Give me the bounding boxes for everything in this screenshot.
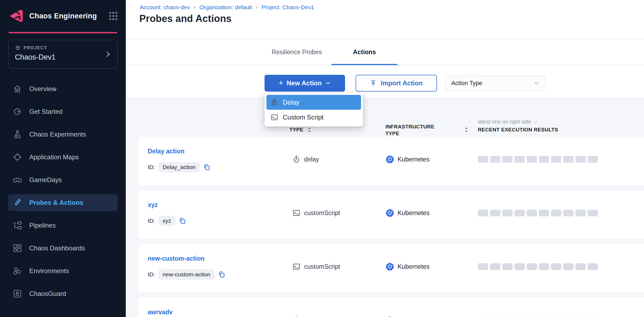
menu-item-label: Custom Script [283, 114, 324, 121]
execution-result-placeholder [575, 210, 586, 216]
sidebar-item-application-maps[interactable]: Application Maps [8, 149, 118, 166]
execution-result-placeholder [502, 210, 513, 216]
kubernetes-icon [386, 209, 394, 217]
recent-execution-results [478, 263, 598, 270]
sidebar-item-chaos-dashboards[interactable]: Chaos Dashboards [8, 240, 118, 257]
menu-item-custom-script[interactable]: Custom Script [266, 110, 361, 125]
project-selector[interactable]: PROJECT Chaos-Dev1 [8, 40, 118, 69]
execution-result-placeholder [588, 156, 598, 163]
execution-result-placeholder [490, 156, 500, 163]
chevron-down-icon [533, 80, 540, 86]
breadcrumb-organization-link[interactable]: Organization: default [199, 4, 252, 11]
copy-icon[interactable] [203, 163, 211, 171]
execution-result-placeholder [539, 263, 549, 270]
terminal-icon [292, 209, 301, 217]
sidebar-item-probes-actions[interactable]: Probes & Actions [8, 194, 118, 211]
execution-result-placeholder [502, 263, 513, 270]
action-row: new-custom-action ID: new-custom-action … [138, 244, 644, 292]
breadcrumb-account-link[interactable]: Account: chaos-dev [140, 4, 190, 11]
infrastructure-cell: Linux [386, 316, 413, 317]
pipeline-icon [12, 221, 22, 230]
sidebar-item-chaos-experiments[interactable]: Chaos Experiments [8, 126, 118, 143]
action-row: xyz ID: xyz customScript Kubernetes [138, 190, 644, 239]
infrastructure-cell: Kubernetes [386, 155, 430, 164]
id-label: ID: [148, 164, 155, 170]
sidebar-item-chaosguard[interactable]: ChaosGuard [8, 285, 118, 302]
flask-icon [12, 130, 22, 139]
sidebar-item-environments[interactable]: Environments [8, 263, 118, 279]
get-started-icon [12, 107, 22, 117]
new-action-button[interactable]: + New Action [265, 75, 345, 92]
infrastructure-text: Kubernetes [398, 209, 430, 217]
action-type-cell: delay [292, 316, 319, 317]
brand-header: Chaos Engineering [0, 0, 126, 30]
execution-result-placeholder [527, 156, 537, 163]
action-type-cell: customScript [292, 263, 340, 271]
execution-result-placeholder [490, 210, 500, 216]
action-id-line: ID: xyz [148, 215, 186, 226]
infrastructure-cell: Kubernetes [386, 263, 430, 271]
header-divider [126, 38, 644, 39]
chevron-down-icon [325, 80, 331, 86]
stopwatch-icon [292, 316, 301, 317]
menu-item-delay[interactable]: Delay [266, 95, 361, 110]
action-row: awrvadv ID: delay Linux [138, 298, 644, 317]
execution-result-placeholder [575, 263, 586, 270]
breadcrumb-project-link[interactable]: Project: Chaos-Dev1 [262, 4, 314, 11]
sidebar-item-get-started[interactable]: Get Started [8, 103, 118, 120]
execution-result-placeholder [563, 210, 574, 216]
action-type-text: customScript [304, 263, 340, 270]
test-tube-icon [12, 198, 22, 208]
execution-result-placeholder [490, 263, 500, 270]
import-icon [370, 80, 377, 87]
gamepad-icon [12, 175, 22, 185]
action-id-line: ID: Delay_action [148, 162, 211, 173]
id-label: ID: [148, 271, 155, 278]
linux-icon [386, 316, 394, 317]
action-type-cell: delay [292, 155, 319, 164]
action-name-link[interactable]: awrvadv [148, 309, 173, 316]
menu-item-label: Delay [283, 99, 299, 106]
action-type-text: customScript [304, 209, 340, 217]
execution-result-placeholder [527, 263, 537, 270]
infrastructure-text: Kubernetes [398, 263, 430, 270]
sidebar-item-gamedays[interactable]: GameDays [8, 172, 118, 188]
copy-icon[interactable] [179, 217, 186, 225]
execution-result-placeholder [551, 210, 561, 216]
action-type-select[interactable]: Action Type [446, 75, 545, 91]
import-action-button[interactable]: Import Action [356, 75, 437, 92]
project-name: Chaos-Dev1 [15, 53, 111, 62]
execution-result-placeholder [502, 156, 513, 163]
execution-result-placeholder [539, 156, 549, 163]
action-name-link[interactable]: new-custom-action [148, 255, 205, 262]
stopwatch-icon [270, 98, 278, 106]
main-content: Account: chaos-dev › Organization: defau… [126, 0, 644, 317]
shield-lock-icon [12, 289, 22, 299]
import-action-label: Import Action [381, 79, 423, 87]
copy-icon[interactable] [218, 271, 226, 278]
action-name-link[interactable]: xyz [148, 201, 158, 209]
target-icon [12, 152, 22, 162]
actions-list-region: TYPE INFRASTRUCTURE TYPE latest one on r… [126, 97, 644, 317]
execution-result-placeholder [478, 156, 488, 163]
action-id-value: xyz [158, 216, 176, 226]
infrastructure-text: Kubernetes [398, 156, 430, 163]
chaos-engineering-app: Chaos Engineering PROJECT Chaos-Dev1 [0, 0, 644, 317]
brand-title: Chaos Engineering [29, 12, 108, 20]
sidebar-nav: Overview Get Started Chaos Experiments A… [0, 80, 126, 302]
tab-resilience-probes[interactable]: Resilience Probes [266, 46, 328, 59]
sidebar-item-pipelines[interactable]: Pipelines [8, 217, 118, 234]
tab-actions[interactable]: Actions [331, 46, 398, 59]
project-label: PROJECT [24, 46, 47, 50]
action-name-link[interactable]: Delay action [148, 148, 185, 155]
brand-divider [9, 32, 117, 33]
sidebar-item-overview[interactable]: Overview [8, 80, 118, 97]
kubernetes-icon [386, 263, 394, 271]
app-switcher-icon[interactable] [108, 11, 119, 21]
execution-result-placeholder [588, 263, 598, 270]
execution-result-placeholder [551, 156, 561, 163]
action-type-value: Action Type [451, 80, 482, 87]
recent-execution-results [478, 156, 598, 163]
execution-result-placeholder [514, 210, 525, 216]
id-label: ID: [148, 218, 155, 224]
